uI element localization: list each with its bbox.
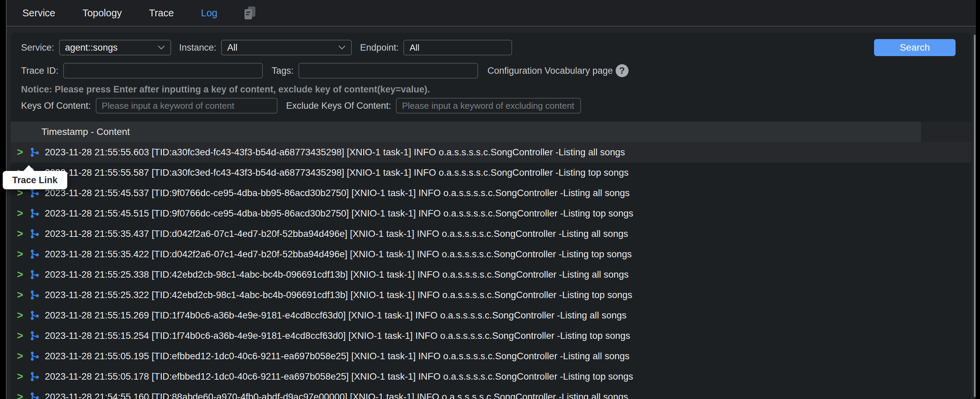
log-text: 2023-11-28 21:55:25.338 [TID:42ebd2cb-98… [45,269,628,280]
instance-select[interactable]: All [221,40,352,56]
log-row[interactable]: > 2023-11-28 21:55:15.269 [TID:1f74b0c6-… [11,305,971,326]
trace-link-icon[interactable] [30,371,40,382]
tab-topology[interactable]: Topology [83,8,122,19]
expand-arrow-icon[interactable]: > [17,207,29,220]
trace-link-icon[interactable] [30,269,40,280]
expand-arrow-icon[interactable]: > [17,309,29,321]
trace-id-input[interactable] [63,63,263,78]
log-panel: Service: agent::songs Instance: All Endp… [11,33,971,399]
log-row[interactable]: > 2023-11-28 21:55:45.515 [TID:9f0766dc-… [11,203,971,223]
log-row[interactable]: > 2023-11-28 21:55:15.254 [TID:1f74b0c6-… [11,326,971,346]
log-text: 2023-11-28 21:55:05.195 [TID:efbbed12-1d… [45,351,630,362]
tab-log[interactable]: Log [201,8,217,19]
chevron-down-icon [338,45,346,50]
log-row[interactable]: > 2023-11-28 21:55:05.195 [TID:efbbed12-… [11,346,971,366]
expand-arrow-icon[interactable]: > [17,350,29,362]
log-text: 2023-11-28 21:55:55.603 [TID:a30fc3ed-fc… [45,147,625,158]
log-row[interactable]: > 2023-11-28 21:55:35.422 [TID:d042f2a6-… [11,244,971,265]
trace-link-icon[interactable] [30,147,40,158]
filter-row-trace: Trace ID: Tags: Configuration Vocabulary… [11,62,971,79]
app-window: Service Topology Trace Log Service: agen… [6,0,976,399]
log-row[interactable]: > 2023-11-28 21:55:25.322 [TID:42ebd2cb-… [11,285,971,305]
trace-link-icon[interactable] [30,391,40,399]
search-button[interactable]: Search [874,39,956,56]
expand-arrow-icon[interactable]: > [17,268,29,281]
timestamp-content-header: Timestamp - Content [41,126,130,137]
trace-link-icon[interactable] [30,228,40,239]
trace-id-label: Trace ID: [21,65,59,76]
log-text: 2023-11-28 21:54:55.160 [TID:88abde60-a9… [45,391,628,399]
keys-of-content-input[interactable] [96,98,277,113]
log-row[interactable]: > 2023-11-28 21:55:05.178 [TID:efbbed12-… [11,366,971,387]
copy-icon[interactable] [242,5,258,21]
log-row[interactable]: > 2023-11-28 21:55:55.603 [TID:a30fc3ed-… [11,142,971,163]
log-text: 2023-11-28 21:55:55.587 [TID:a30fc3ed-fc… [45,167,628,178]
help-icon[interactable]: ? [616,64,628,77]
service-select-value: agent::songs [65,43,118,53]
instance-label: Instance: [179,43,216,53]
log-rows-list: > 2023-11-28 21:55:55.603 [TID:a30fc3ed-… [11,142,971,399]
chevron-down-icon [158,45,165,50]
log-text: 2023-11-28 21:55:35.437 [TID:d042f2a6-07… [45,228,628,239]
filter-row-keys: Keys Of Content: Exclude Keys Of Content… [11,98,971,113]
log-text: 2023-11-28 21:55:45.537 [TID:9f0766dc-ce… [45,188,630,198]
notice-text: Notice: Please press Enter after inputti… [11,84,971,94]
expand-arrow-icon[interactable]: > [17,330,29,342]
log-table-header: Timestamp - Content [11,122,971,142]
endpoint-label: Endpoint: [360,43,399,53]
tags-input[interactable] [299,63,478,78]
log-row[interactable]: > 2023-11-28 21:55:55.587 [TID:a30fc3ed-… [11,163,971,183]
tooltip-text: Trace Link [12,175,58,185]
log-text: 2023-11-28 21:55:25.322 [TID:42ebd2cb-98… [45,290,632,300]
log-row[interactable]: > 2023-11-28 21:55:25.338 [TID:42ebd2cb-… [11,265,971,285]
trace-link-icon[interactable] [30,351,40,362]
log-text: 2023-11-28 21:55:05.178 [TID:efbbed12-1d… [45,371,633,382]
log-text: 2023-11-28 21:55:15.269 [TID:1f74b0c6-a3… [45,310,627,321]
expand-arrow-icon[interactable]: > [17,289,29,301]
tooltip-arrow [23,165,35,171]
tab-service[interactable]: Service [22,8,55,19]
trace-link-tooltip: Trace Link [3,171,67,189]
service-select[interactable]: agent::songs [59,40,171,56]
expand-arrow-icon[interactable]: > [17,248,29,260]
expand-arrow-icon[interactable]: > [17,391,29,399]
vertical-scrollbar[interactable] [974,35,975,397]
filter-row-service: Service: agent::songs Instance: All Endp… [11,40,971,56]
top-navbar: Service Topology Trace Log [7,0,976,27]
tab-trace[interactable]: Trace [149,8,174,19]
keys-of-content-label: Keys Of Content: [21,101,91,111]
trace-link-icon[interactable] [30,290,40,300]
expand-arrow-icon[interactable]: > [17,370,29,383]
expand-arrow-icon[interactable]: > [17,228,29,240]
endpoint-input[interactable] [403,40,512,56]
trace-link-icon[interactable] [30,208,40,219]
exclude-keys-input[interactable] [396,98,581,113]
exclude-keys-label: Exclude Keys Of Content: [286,101,391,111]
trace-link-icon[interactable] [30,310,40,321]
service-label: Service: [21,43,54,53]
log-row[interactable]: > 2023-11-28 21:55:45.537 [TID:9f0766dc-… [11,183,971,203]
log-row[interactable]: > 2023-11-28 21:55:35.437 [TID:d042f2a6-… [11,223,971,244]
tags-label: Tags: [272,65,294,76]
trace-link-icon[interactable] [30,330,40,341]
trace-link-icon[interactable] [30,249,40,260]
expand-arrow-icon[interactable]: > [17,146,29,158]
log-text: 2023-11-28 21:55:35.422 [TID:d042f2a6-07… [45,249,632,260]
instance-select-value: All [227,43,237,53]
log-row[interactable]: > 2023-11-28 21:54:55.160 [TID:88abde60-… [11,387,971,399]
vocabulary-page-link[interactable]: Configuration Vocabulary page [488,65,613,76]
log-text: 2023-11-28 21:55:15.254 [TID:1f74b0c6-a3… [45,330,630,341]
log-text: 2023-11-28 21:55:45.515 [TID:9f0766dc-ce… [45,208,633,219]
table-header-spacer [921,122,971,142]
